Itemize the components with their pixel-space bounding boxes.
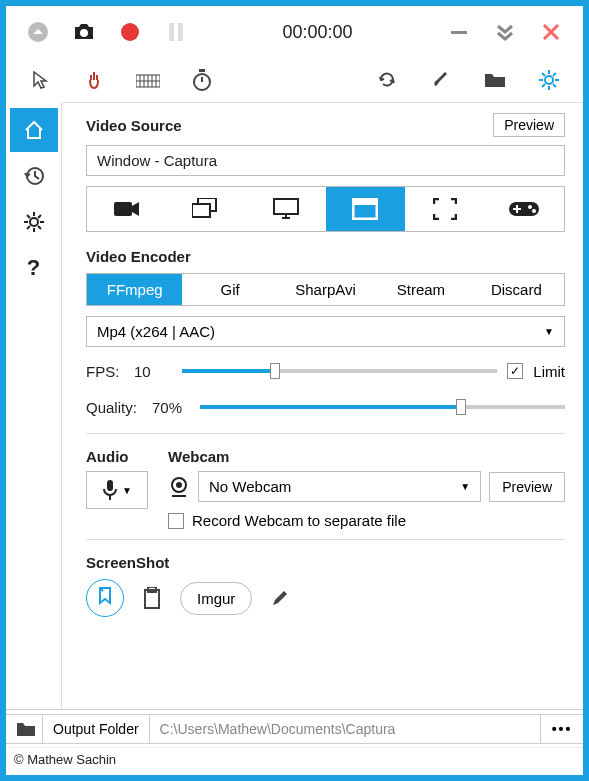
encoder-format-value: Mp4 (x264 | AAC) [97, 323, 215, 340]
tab-recent[interactable] [10, 154, 58, 198]
screenshot-button[interactable] [70, 18, 98, 46]
expand-down-button[interactable] [491, 18, 519, 46]
svg-rect-35 [114, 202, 132, 216]
refresh-icon[interactable] [373, 66, 401, 94]
quality-value: 70% [152, 399, 190, 416]
webcam-value: No Webcam [209, 478, 291, 495]
side-nav: ? [6, 102, 62, 709]
minimize-button[interactable] [445, 18, 473, 46]
source-camera[interactable] [87, 187, 167, 231]
svg-rect-37 [192, 204, 210, 217]
tools-toolbar [6, 58, 583, 102]
webcam-title: Webcam [168, 448, 565, 465]
encoder-format-dropdown[interactable]: Mp4 (x264 | AAC) ▼ [86, 316, 565, 347]
encoder-tab-ffmpeg[interactable]: FFmpeg [87, 274, 182, 305]
close-button[interactable] [537, 18, 565, 46]
tab-settings[interactable] [10, 200, 58, 244]
chevron-down-icon: ▼ [460, 481, 470, 492]
svg-line-32 [38, 226, 41, 229]
video-source-title: Video Source [86, 117, 182, 134]
svg-rect-42 [353, 199, 377, 205]
svg-point-1 [80, 29, 88, 37]
svg-line-33 [27, 226, 30, 229]
video-source-value[interactable]: Window - Captura [86, 145, 565, 176]
output-folder-label: Output Folder [43, 714, 150, 744]
source-screens[interactable] [167, 187, 247, 231]
output-bar: Output Folder C:\Users\Mathew\Documents\… [6, 709, 583, 747]
brush-icon[interactable] [427, 66, 455, 94]
svg-line-21 [542, 73, 545, 76]
svg-point-2 [121, 23, 139, 41]
video-encoder-title: Video Encoder [86, 248, 565, 265]
svg-rect-38 [274, 199, 298, 214]
limit-label: Limit [533, 363, 565, 380]
app-window: 00:00:00 [0, 0, 589, 781]
svg-rect-4 [178, 23, 183, 41]
encoder-tab-gif[interactable]: Gif [182, 274, 277, 305]
keyboard-icon[interactable] [134, 66, 162, 94]
fps-value: 10 [134, 363, 172, 380]
collapse-button[interactable] [24, 18, 52, 46]
fps-slider[interactable] [182, 361, 497, 381]
svg-point-45 [532, 209, 536, 213]
svg-rect-48 [107, 480, 113, 491]
svg-rect-5 [451, 31, 467, 34]
encoder-tabs: FFmpeg Gif SharpAvi Stream Discard [86, 273, 565, 306]
source-game[interactable] [485, 187, 565, 231]
webcam-preview-button[interactable]: Preview [489, 472, 565, 502]
chevron-down-icon: ▼ [122, 485, 132, 496]
click-icon[interactable] [80, 66, 108, 94]
svg-point-44 [528, 205, 532, 209]
limit-checkbox[interactable]: ✓ [507, 363, 523, 379]
chevron-down-icon: ▼ [544, 326, 554, 337]
svg-rect-3 [169, 23, 174, 41]
screenshot-disk-button[interactable] [86, 579, 124, 617]
source-region[interactable] [405, 187, 485, 231]
webcam-icon [168, 476, 190, 498]
tab-home[interactable] [10, 108, 58, 152]
output-browse-button[interactable]: ••• [541, 714, 583, 744]
svg-point-26 [30, 218, 38, 226]
svg-line-34 [38, 215, 41, 218]
folder-icon[interactable] [481, 66, 509, 94]
preview-button[interactable]: Preview [493, 113, 565, 137]
screenshot-clipboard-button[interactable] [138, 584, 166, 612]
record-separate-checkbox[interactable] [168, 513, 184, 529]
source-type-row [86, 186, 565, 232]
svg-point-51 [176, 482, 182, 488]
screenshot-imgur-button[interactable]: Imgur [180, 582, 252, 615]
main-panel: Video Source Preview Window - Captura [62, 102, 583, 709]
titlebar: 00:00:00 [6, 6, 583, 58]
svg-line-23 [542, 84, 545, 87]
record-separate-label: Record Webcam to separate file [192, 512, 406, 529]
stopwatch-icon[interactable] [188, 66, 216, 94]
svg-point-16 [545, 76, 553, 84]
encoder-tab-sharpavi[interactable]: SharpAvi [278, 274, 373, 305]
svg-rect-13 [199, 69, 205, 72]
svg-line-31 [27, 215, 30, 218]
svg-line-24 [553, 73, 556, 76]
screenshot-edit-button[interactable] [266, 584, 294, 612]
quality-label: Quality: [86, 399, 142, 416]
audio-mic-dropdown[interactable]: ▼ [86, 471, 148, 509]
webcam-dropdown[interactable]: No Webcam ▼ [198, 471, 481, 502]
pause-button[interactable] [162, 18, 190, 46]
microphone-icon [102, 479, 118, 501]
timer-display: 00:00:00 [208, 22, 427, 43]
settings-gear-icon[interactable] [535, 66, 563, 94]
fps-label: FPS: [86, 363, 124, 380]
output-folder-path[interactable]: C:\Users\Mathew\Documents\Captura [150, 714, 541, 744]
record-button[interactable] [116, 18, 144, 46]
cursor-icon[interactable] [26, 66, 54, 94]
svg-line-22 [553, 84, 556, 87]
source-desktop[interactable] [246, 187, 326, 231]
encoder-tab-stream[interactable]: Stream [373, 274, 468, 305]
source-window[interactable] [326, 187, 406, 231]
encoder-tab-discard[interactable]: Discard [469, 274, 564, 305]
quality-slider[interactable] [200, 397, 565, 417]
folder-icon [16, 721, 36, 737]
audio-title: Audio [86, 448, 148, 465]
credit-footer: © Mathew Sachin [6, 747, 583, 775]
screenshot-title: ScreenShot [86, 554, 565, 571]
tab-help[interactable]: ? [10, 246, 58, 290]
